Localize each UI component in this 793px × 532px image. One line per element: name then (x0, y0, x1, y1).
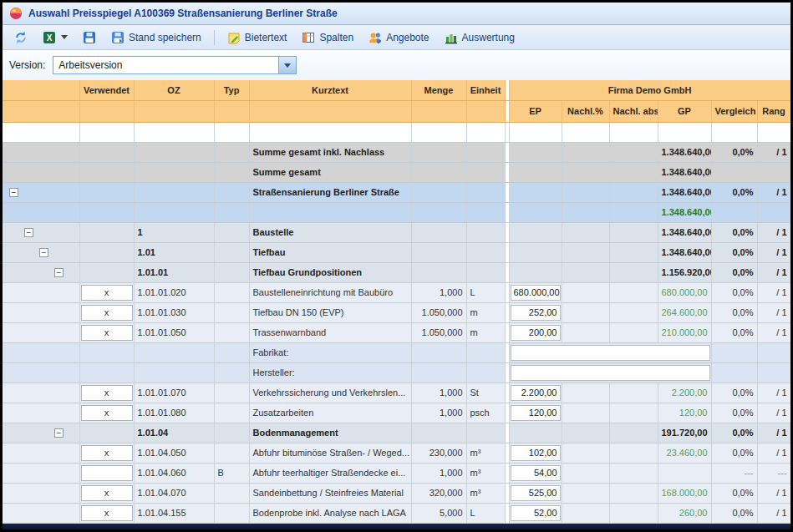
verwendet-checkbox[interactable]: x (81, 305, 133, 321)
ep-input[interactable]: 52,00 (511, 505, 561, 521)
collapse-minus-icon[interactable]: − (24, 228, 33, 237)
ep-input[interactable]: 2.200,00 (511, 385, 561, 401)
offers-button[interactable]: Angebote (363, 28, 434, 48)
ep-input[interactable]: 102,00 (511, 445, 561, 461)
header-menge[interactable]: Menge (411, 80, 466, 100)
verwendet-checkbox[interactable] (81, 465, 133, 481)
kurztext-cell: Tiefbau DN 150 (EVP) (249, 302, 411, 322)
table-row[interactable]: Fabrikat: (3, 342, 790, 362)
tree-cell (3, 342, 79, 362)
nachl-pct-cell (562, 222, 609, 242)
header-verwendet[interactable]: Verwendet (79, 80, 134, 100)
menge-cell (411, 142, 466, 162)
excel-export-button[interactable]: X (38, 28, 73, 48)
header-ep[interactable]: EP (509, 100, 562, 122)
table-row[interactable]: 1.01.04.060BAbfuhr teerhaltiger Straßend… (3, 463, 790, 483)
menge-cell: 320,000 (411, 483, 466, 503)
oz-cell (134, 182, 214, 202)
vergleich-cell: 0,0% (711, 423, 757, 443)
table-row[interactable]: −Straßensanierung Berliner Straße1.348.6… (3, 182, 790, 202)
einheit-cell (466, 122, 505, 142)
typ-cell (214, 142, 249, 162)
version-combobox[interactable]: Arbeitsversion (53, 56, 297, 74)
einheit-cell (466, 182, 505, 202)
collapse-minus-icon[interactable]: − (39, 248, 48, 257)
columns-button[interactable]: Spalten (297, 28, 358, 48)
vergleich-cell: 0,0% (711, 383, 757, 403)
header-nachl-pct[interactable]: Nachl.% (562, 100, 609, 122)
menge-cell (411, 202, 466, 222)
verwendet-checkbox[interactable]: x (81, 285, 133, 301)
table-row[interactable] (3, 122, 790, 142)
header-oz[interactable]: OZ (134, 80, 214, 100)
ep-input[interactable]: 680.000,00 (511, 285, 561, 301)
nachl-pct-cell (562, 162, 609, 182)
save-button[interactable] (78, 28, 101, 48)
table-row[interactable]: −1.01.01Tiefbau Grundpositionen1.156.920… (3, 262, 790, 282)
table-row[interactable]: 1.348.640,00 (3, 202, 790, 222)
ep-input[interactable]: 120,00 (511, 405, 561, 421)
table-row[interactable]: x1.01.04.050Abfuhr bituminöse Straßen- /… (3, 443, 790, 463)
header-rang[interactable]: Rang (757, 100, 790, 122)
verwendet-cell: x (79, 503, 134, 523)
einheit-cell: m (466, 322, 505, 342)
collapse-minus-icon[interactable]: − (9, 188, 18, 197)
menge-cell (411, 222, 466, 242)
table-row[interactable]: Summe gesamt1.348.640,00 (3, 162, 790, 182)
nachl-pct-cell (562, 242, 609, 262)
header-kurztext[interactable]: Kurztext (249, 80, 411, 100)
header-firma[interactable]: Firma Demo GmbH (509, 80, 790, 100)
verwendet-checkbox[interactable]: x (81, 405, 133, 421)
ep-input[interactable]: 252,00 (511, 305, 561, 321)
menge-cell (411, 342, 466, 362)
header-nachl-abs[interactable]: Nachl. abs. (609, 100, 658, 122)
tree-cell (3, 463, 79, 483)
attribute-text-input[interactable] (511, 345, 710, 361)
vergleich-cell: 0,0% (711, 503, 757, 523)
table-row[interactable]: x1.01.01.030Tiefbau DN 150 (EVP)1.050,00… (3, 302, 790, 322)
oz-cell: 1.01.04.155 (134, 503, 214, 523)
header-einheit[interactable]: Einheit (466, 80, 505, 100)
table-row[interactable]: −1.01Tiefbau1.348.640,000,0%/ 1 (3, 242, 790, 262)
verwendet-checkbox[interactable]: x (81, 385, 133, 401)
refresh-icon (14, 31, 28, 44)
verwendet-checkbox[interactable]: x (81, 325, 133, 341)
kurztext-cell: Bodenmanagement (249, 423, 411, 443)
header-vergleich[interactable]: Vergleich (711, 100, 757, 122)
table-row[interactable]: x1.01.04.155Bodenprobe inkl. Analyse nac… (3, 503, 790, 523)
excel-export-icon: X (43, 31, 56, 44)
evaluation-button[interactable]: Auswertung (440, 28, 520, 48)
table-row[interactable]: x1.01.01.050Trassenwarnband1.050,000m200… (3, 322, 790, 342)
einheit-cell: psch (466, 403, 505, 423)
table-row[interactable]: −1.01.04Bodenmanagement191.720,000,0%/ 1 (3, 423, 790, 443)
table-row[interactable]: x1.01.01.070Verkehrssicherung und Verkeh… (3, 383, 790, 403)
refresh-button[interactable] (9, 28, 33, 48)
table-row[interactable]: Hersteller: (3, 362, 790, 383)
attribute-text-input[interactable] (511, 365, 710, 381)
table-row[interactable]: x1.01.01.080Zusatzarbeiten1,000psch120,0… (3, 403, 790, 423)
menge-cell: 1.050,000 (411, 302, 466, 322)
nachl-pct-cell (562, 383, 609, 403)
verwendet-checkbox[interactable]: x (81, 445, 133, 461)
save-state-button[interactable]: Stand speichern (106, 28, 206, 48)
ep-input[interactable]: 54,00 (511, 465, 561, 481)
header-gp[interactable]: GP (658, 100, 711, 122)
verwendet-cell: x (79, 403, 134, 423)
ep-input[interactable]: 525,00 (511, 485, 561, 501)
tree-cell (3, 443, 79, 463)
collapse-minus-icon[interactable]: − (54, 268, 64, 277)
header-typ[interactable]: Typ (214, 80, 249, 100)
verwendet-checkbox[interactable]: x (81, 505, 133, 521)
version-dropdown-button[interactable] (278, 57, 296, 73)
nachl-abs-cell (609, 302, 658, 322)
tree-cell (3, 282, 79, 302)
table-row[interactable]: x1.01.04.070Sandeinbettung / Steinfreies… (3, 483, 790, 503)
bidder-text-button[interactable]: Bietertext (222, 28, 292, 48)
ep-input[interactable]: 200,00 (511, 325, 561, 341)
typ-cell (214, 162, 249, 182)
table-row[interactable]: Summe gesamt inkl. Nachlass1.348.640,000… (3, 142, 790, 162)
verwendet-checkbox[interactable]: x (81, 485, 133, 501)
collapse-minus-icon[interactable]: − (54, 428, 64, 438)
table-row[interactable]: −1Baustelle1.348.640,000,0%/ 1 (3, 222, 790, 242)
table-row[interactable]: x1.01.01.020Baustelleneinrichtung mit Ba… (3, 282, 790, 302)
